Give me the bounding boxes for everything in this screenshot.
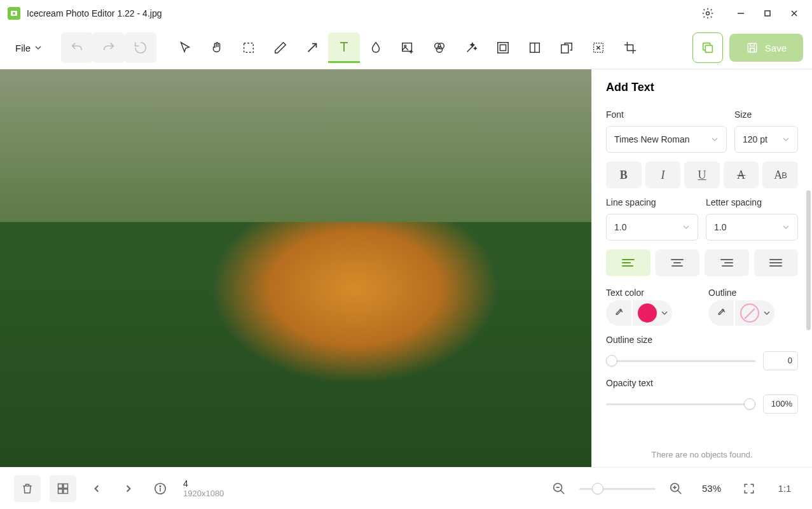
chevron-down-icon xyxy=(34,44,42,52)
line-spacing-label: Line spacing xyxy=(606,197,698,207)
svg-rect-29 xyxy=(58,489,63,493)
font-select[interactable]: Times New Roman xyxy=(606,126,727,153)
save-button[interactable]: Save xyxy=(729,34,803,62)
zoom-out-button[interactable] xyxy=(547,475,570,502)
underline-button[interactable]: U xyxy=(684,162,720,188)
copy-button[interactable] xyxy=(692,32,723,63)
size-value: 120 pt xyxy=(743,134,767,144)
panel-scrollbar[interactable] xyxy=(806,190,811,330)
split-tool[interactable] xyxy=(519,32,551,63)
toolbar: File Save xyxy=(0,27,812,69)
prev-image-button[interactable] xyxy=(85,475,108,502)
svg-point-1 xyxy=(13,12,15,15)
delete-button[interactable] xyxy=(14,475,41,502)
outline-color-picker[interactable] xyxy=(735,300,774,326)
actual-size-button[interactable]: 1:1 xyxy=(771,475,798,502)
zoom-slider[interactable] xyxy=(579,483,656,494)
outline-eyedropper[interactable] xyxy=(708,300,734,326)
image-dimensions: 1920x1080 xyxy=(183,489,224,498)
svg-rect-4 xyxy=(765,11,770,16)
line-spacing-value: 1.0 xyxy=(614,222,626,232)
text-tool[interactable] xyxy=(328,32,360,63)
align-center-button[interactable] xyxy=(656,249,700,276)
smallcaps-button[interactable]: AB xyxy=(762,162,798,188)
undo-button[interactable] xyxy=(61,32,93,63)
strikethrough-button[interactable]: A xyxy=(724,162,759,188)
size-select[interactable]: 120 pt xyxy=(734,126,798,153)
hand-tool[interactable] xyxy=(201,32,233,63)
fullscreen-button[interactable] xyxy=(736,475,762,502)
settings-button[interactable] xyxy=(698,3,718,24)
no-outline-icon xyxy=(740,303,759,323)
align-left-button[interactable] xyxy=(606,249,650,276)
svg-line-35 xyxy=(561,490,565,494)
image-index: 4 xyxy=(183,478,224,489)
italic-button[interactable]: I xyxy=(645,162,681,188)
text-color-picker[interactable] xyxy=(633,300,672,326)
file-menu-label: File xyxy=(15,43,31,53)
outline-size-label: Outline size xyxy=(606,335,798,345)
svg-rect-22 xyxy=(561,45,568,53)
outline-size-slider[interactable] xyxy=(606,355,755,366)
rotate-tool[interactable] xyxy=(551,32,582,63)
window-title: Icecream Photo Editor 1.22 - 4.jpg xyxy=(27,8,162,18)
size-label: Size xyxy=(734,109,798,120)
frame-tool[interactable] xyxy=(487,32,519,63)
reset-button[interactable] xyxy=(125,32,156,63)
minimize-button[interactable] xyxy=(731,3,751,24)
add-image-tool[interactable] xyxy=(392,32,423,63)
marquee-tool[interactable] xyxy=(233,32,265,63)
svg-rect-30 xyxy=(64,489,68,493)
zoom-in-button[interactable] xyxy=(664,475,687,502)
next-image-button[interactable] xyxy=(117,475,140,502)
opacity-label: Opacity text xyxy=(606,378,798,388)
magic-wand-tool[interactable] xyxy=(455,32,487,63)
gallery-button[interactable] xyxy=(50,475,76,502)
blur-tool[interactable] xyxy=(360,32,392,63)
opacity-slider[interactable] xyxy=(606,398,755,410)
bold-button[interactable]: B xyxy=(606,162,642,188)
letter-spacing-select[interactable]: 1.0 xyxy=(706,214,798,241)
file-menu[interactable]: File xyxy=(9,38,48,59)
svg-rect-7 xyxy=(244,43,254,53)
pencil-tool[interactable] xyxy=(265,32,296,63)
opacity-value[interactable]: 100% xyxy=(763,394,798,414)
svg-rect-24 xyxy=(705,45,712,52)
close-button[interactable] xyxy=(784,3,804,24)
canvas-area[interactable] xyxy=(0,69,591,467)
maximize-button[interactable] xyxy=(757,3,778,24)
chevron-down-icon xyxy=(661,309,668,317)
svg-point-17 xyxy=(437,46,443,52)
svg-rect-27 xyxy=(58,484,63,488)
panel-title: Add Text xyxy=(606,81,798,94)
svg-rect-19 xyxy=(500,45,506,50)
pointer-tool[interactable] xyxy=(169,32,201,63)
font-value: Times New Roman xyxy=(614,134,690,144)
letter-spacing-value: 1.0 xyxy=(714,222,726,232)
text-color-label: Text color xyxy=(606,288,696,298)
text-color-swatch xyxy=(638,303,657,323)
zoom-value: 53% xyxy=(696,483,727,494)
app-logo-icon xyxy=(8,7,20,20)
line-spacing-select[interactable]: 1.0 xyxy=(606,214,698,241)
svg-point-16 xyxy=(438,43,444,49)
chevron-down-icon xyxy=(782,223,790,231)
svg-rect-18 xyxy=(498,43,509,53)
align-justify-button[interactable] xyxy=(754,249,799,276)
redo-button[interactable] xyxy=(93,32,125,63)
align-right-button[interactable] xyxy=(705,249,749,276)
crop-tool[interactable] xyxy=(614,32,646,63)
titlebar: Icecream Photo Editor 1.22 - 4.jpg xyxy=(0,0,812,27)
font-label: Font xyxy=(606,109,727,120)
objects-empty-message: There are no objects found. xyxy=(592,442,812,467)
resize-tool[interactable] xyxy=(582,32,614,63)
outline-size-value[interactable]: 0 xyxy=(763,351,798,370)
arrow-tool[interactable] xyxy=(296,32,328,63)
info-button[interactable] xyxy=(149,475,172,502)
color-filter-tool[interactable] xyxy=(423,32,455,63)
save-label: Save xyxy=(765,43,787,53)
svg-rect-11 xyxy=(403,43,412,52)
chevron-down-icon xyxy=(682,223,690,231)
side-panel: Add Text Font Times New Roman Size 120 p… xyxy=(591,69,812,467)
text-color-eyedropper[interactable] xyxy=(606,300,631,326)
